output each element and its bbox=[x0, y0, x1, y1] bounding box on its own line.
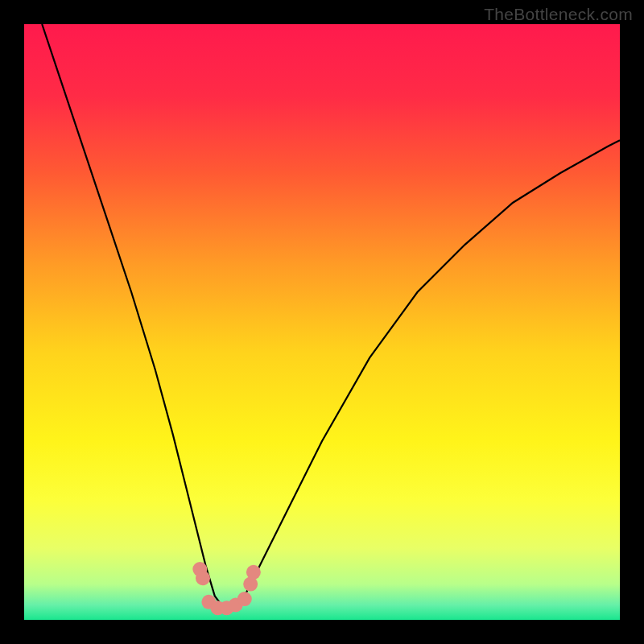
watermark-text: TheBottleneck.com bbox=[484, 5, 633, 24]
chart-container: TheBottleneck.com bbox=[0, 0, 644, 644]
data-marker bbox=[237, 592, 252, 606]
gradient-background bbox=[24, 24, 620, 620]
data-marker bbox=[246, 565, 261, 580]
chart-svg bbox=[24, 24, 620, 620]
data-marker bbox=[196, 571, 210, 585]
